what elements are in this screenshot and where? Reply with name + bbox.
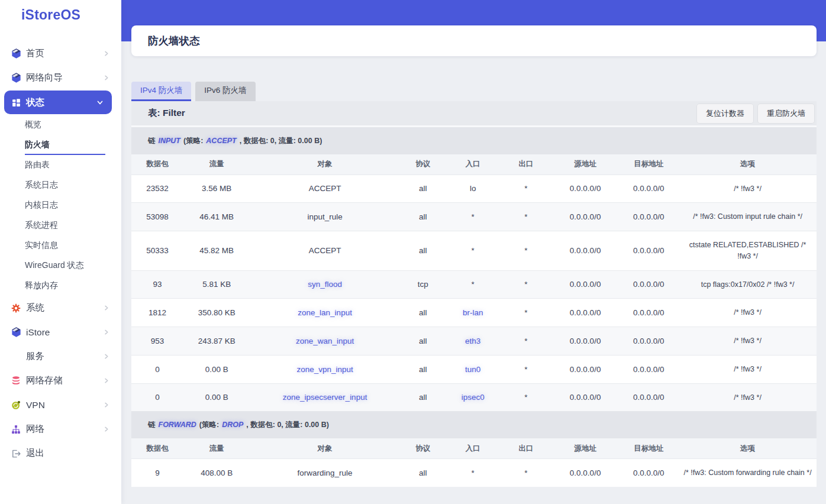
protocol-cell: all [400,383,446,411]
sidebar-item-network-storage[interactable]: 网络存储 [0,369,121,393]
packets-cell: 23532 [131,175,183,203]
sidebar-item-label: 系统 [26,302,103,314]
packets-cell: 953 [131,327,183,356]
vpn-icon [10,399,22,411]
protocol-cell: all [400,175,446,203]
chevron-right-icon [103,426,109,432]
destination-cell: 0.0.0.0/0 [618,231,679,271]
policy-value-drop: DROP [222,421,243,429]
sidebar-item-home[interactable]: 首页 [0,41,121,66]
traffic-cell: 5.81 KB [183,270,250,299]
col-traffic: 流量 [183,438,250,458]
status-submenu: 概览 防火墙 路由表 系统日志 内核日志 系统进程 实时信息 WireGuard… [0,115,121,296]
in-interface-cell: * [446,270,500,299]
col-target: 对象 [250,438,400,458]
sidebar-subitem-realtime[interactable]: 实时信息 [0,235,121,256]
traffic-cell: 408.00 B [183,458,250,486]
col-protocol: 协议 [400,154,446,175]
eth3-link[interactable]: eth3 [465,337,480,345]
tun0-link[interactable]: tun0 [465,365,480,374]
in-interface-cell: * [446,203,500,231]
options-cell: ctstate RELATED,ESTABLISHED /* !fw3 */ [679,231,817,271]
cube-icon [10,327,22,338]
br-lan-link[interactable]: br-lan [463,308,483,317]
sidebar-subitem-free-memory[interactable]: 释放内存 [0,276,121,296]
source-cell: 0.0.0.0/0 [552,231,618,271]
logout-icon [10,448,22,460]
ipsec0-link[interactable]: ipsec0 [462,393,485,402]
traffic-cell: 46.41 MB [183,203,250,231]
col-protocol: 协议 [400,438,446,458]
traffic-cell: 350.80 KB [183,299,250,327]
col-options: 选项 [679,154,817,175]
out-interface-cell: * [500,327,552,356]
reset-counters-button[interactable]: 复位计数器 [697,104,753,123]
sidebar-item-label: 网络向导 [26,72,103,84]
zone_ipsecserver_input-link[interactable]: zone_ipsecserver_input [283,393,367,402]
traffic-cell: 3.56 MB [183,175,250,203]
tab-ipv6-firewall[interactable]: IPv6 防火墙 [195,82,255,101]
sidebar-item-label: VPN [26,400,103,411]
chevron-right-icon [103,329,109,335]
table-row: 5033345.82 MBACCEPTall**0.0.0.0/00.0.0.0… [131,231,817,271]
cube-icon [10,72,22,84]
sidebar-subitem-kernel-log[interactable]: 内核日志 [0,195,121,215]
sidebar-item-network[interactable]: 网络 [0,417,121,441]
sidebar-item-vpn[interactable]: VPN [0,393,121,417]
table-row: 235323.56 MBACCEPTalllo*0.0.0.0/00.0.0.0… [131,175,817,203]
tab-ipv4-firewall[interactable]: IPv4 防火墙 [131,82,191,101]
sidebar-item-status[interactable]: 状态 [4,91,112,114]
restart-firewall-button[interactable]: 重启防火墙 [758,104,814,123]
sidebar-item-label: 网络存储 [26,374,103,387]
sidebar-item-system[interactable]: 系统 [0,296,121,320]
sidebar-subitem-wireguard[interactable]: WireGuard 状态 [0,256,121,276]
protocol-cell: tcp [400,270,446,299]
sidebar-item-label: 状态 [26,96,96,109]
protocol-cell: all [400,355,446,383]
destination-cell: 0.0.0.0/0 [618,270,679,299]
traffic-cell: 45.82 MB [183,231,250,271]
sidebar-item-network-wizard[interactable]: 网络向导 [0,66,121,90]
chevron-right-icon [103,50,109,57]
out-interface-cell: * [500,299,552,327]
sidebar-subitem-routes[interactable]: 路由表 [0,155,121,175]
sidebar-item-istore[interactable]: iStore [0,320,121,344]
in-interface-cell: * [446,458,500,486]
target-cell: zone_lan_input [250,299,400,327]
sitemap-icon [10,424,22,435]
source-cell: 0.0.0.0/0 [552,383,618,411]
protocol-cell: all [400,458,446,486]
packets-cell: 50333 [131,231,183,271]
chevron-right-icon [103,402,109,408]
chevron-right-icon [103,75,109,81]
sidebar-item-services[interactable]: 服务 [0,344,121,369]
in-interface-cell: * [446,231,500,271]
packets-cell: 93 [131,270,183,299]
syn_flood-link[interactable]: syn_flood [308,280,342,289]
table-row: 935.81 KBsyn_floodtcp**0.0.0.0/00.0.0.0/… [131,270,817,299]
zone_lan_input-link[interactable]: zone_lan_input [298,308,352,317]
gear-icon [10,302,22,314]
chain-label: 链 [148,136,156,146]
sidebar-item-label: 首页 [26,47,103,60]
sidebar-item-logout[interactable]: 退出 [0,441,121,466]
source-cell: 0.0.0.0/0 [552,327,618,356]
sidebar-subitem-overview[interactable]: 概览 [0,115,121,135]
database-icon [10,375,22,387]
destination-cell: 0.0.0.0/0 [618,203,679,231]
sidebar-subitem-firewall[interactable]: 防火墙 [0,135,121,155]
packets-cell: 1812 [131,299,183,327]
destination-cell: 0.0.0.0/0 [618,383,679,411]
sidebar-subitem-processes[interactable]: 系统进程 [0,215,121,235]
destination-cell: 0.0.0.0/0 [618,458,679,486]
zone_wan_input-link[interactable]: zone_wan_input [296,337,354,345]
in-interface-cell: br-lan [446,299,500,327]
zone_vpn_input-link[interactable]: zone_vpn_input [296,365,353,374]
packets-cell: 9 [131,458,183,486]
target-cell: zone_ipsecserver_input [250,383,400,411]
sidebar-subitem-system-log[interactable]: 系统日志 [0,175,121,195]
col-packets: 数据包 [131,154,183,175]
out-interface-cell: * [500,203,552,231]
target-cell: zone_wan_input [250,327,400,356]
chain-forward-bar: 链 FORWARD (策略: DROP , 数据包: 0, 流量: 0.00 B… [131,411,817,438]
